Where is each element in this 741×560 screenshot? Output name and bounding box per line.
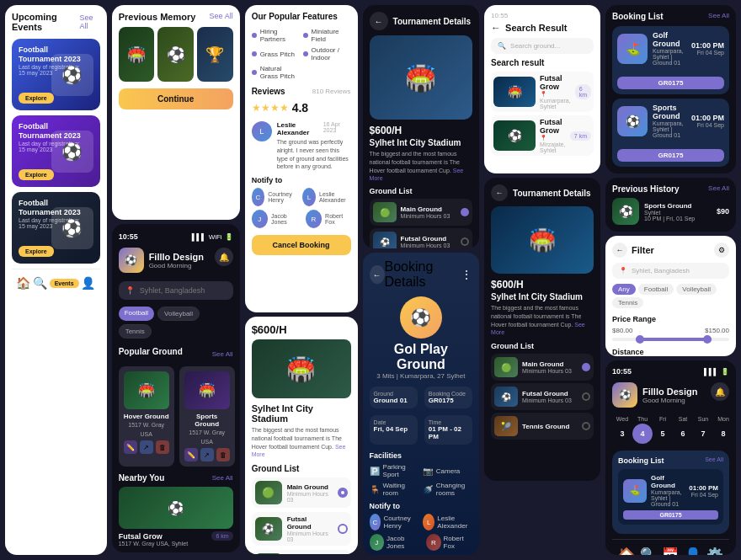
tennis-radio-3[interactable]: [582, 422, 590, 430]
fac-camera: 📷Camera: [423, 463, 472, 478]
tourn-see-more-2[interactable]: See More: [491, 322, 585, 336]
tag-football[interactable]: Football: [119, 307, 154, 321]
search-status: 10:55: [491, 12, 594, 19]
filllo-phone-card: 10:55 ▌▌▌ WiFi 🔋 ⚽ Filllo Design Good Mo…: [112, 224, 240, 552]
main-radio-3[interactable]: [582, 363, 590, 371]
booking-item-golf[interactable]: ⛳ Golf Ground Kumarpara, Syhlet | Ground…: [612, 26, 729, 94]
upcoming-see-all[interactable]: See All: [79, 13, 99, 30]
range-bar[interactable]: [612, 338, 729, 341]
ground-list-title-2: Ground List: [370, 187, 473, 195]
notification-icon-1[interactable]: 🔔: [215, 248, 233, 266]
edit-icon[interactable]: ✏️: [124, 440, 137, 454]
ground-card-hover[interactable]: 🏟️ Hover Ground 1517 W. Gray USA ✏️ ↗ 🗑: [119, 366, 174, 467]
popular-see-all[interactable]: See All: [212, 350, 233, 358]
memory-see-all[interactable]: See All: [210, 12, 233, 22]
ground-main-3[interactable]: 🟢 Main Ground Minimum Hours 03: [491, 354, 594, 381]
filllo-header-2: ⚽ Filllo Design Good Morning 🔔: [612, 382, 729, 408]
cal-day-name-wed: Wed: [612, 416, 632, 422]
home-icon: 🏠: [16, 276, 30, 290]
booking-item-sports[interactable]: ⚽ Sports Ground Kumarpara, Syhlet | Grou…: [612, 99, 729, 167]
delete-icon[interactable]: 🗑: [156, 440, 169, 454]
cancel-booking-btn[interactable]: Cancel Booking: [252, 235, 351, 255]
ground-list-main[interactable]: 🟢 Main Ground Minimum Hours 03: [252, 477, 351, 508]
futsal-ground-radio[interactable]: [338, 524, 347, 534]
changing-icon: 🚿: [423, 485, 433, 494]
share-icon[interactable]: ↗: [140, 440, 153, 454]
result-item-2[interactable]: ⚽ Futsal Grow 📍 Mirzajate, Syhlet 7 km: [491, 115, 594, 156]
nav-events[interactable]: Events: [50, 279, 79, 288]
nearby-see-all-small[interactable]: See All: [212, 474, 233, 482]
see-more-link[interactable]: See More: [252, 444, 346, 458]
nav2-home[interactable]: 🏠: [618, 547, 635, 555]
filter-tag-any[interactable]: Any: [612, 284, 636, 295]
search-icon: 🔍: [33, 276, 47, 290]
feature-label-1: Hiring Partners: [260, 28, 300, 43]
nav2-settings[interactable]: ⚙️: [706, 547, 723, 555]
cal-day-fri[interactable]: Fri 5: [653, 416, 673, 444]
result-item-1[interactable]: 🏟️ Futsal Grow 📍 Kumarpara, Syhlet 6 km: [491, 72, 594, 112]
futsal-radio-3[interactable]: [582, 392, 590, 401]
delete-icon-2[interactable]: 🗑: [216, 448, 230, 461]
ground-list-tennis[interactable]: 🎾 Tennis Ground: [252, 550, 351, 554]
ground-list-futsal[interactable]: ⚽ Futsal Ground Minimum Hours 03: [252, 512, 351, 546]
ground-main-row[interactable]: 🟢 Main Ground Minimum Hours 03: [370, 199, 473, 226]
nav2-search[interactable]: 🔍: [640, 547, 657, 555]
nav2-calendar[interactable]: 📅: [662, 547, 679, 555]
booking2-item-golf[interactable]: ⛳ Golf Ground Kumarpara, Syhlet | Ground…: [618, 469, 723, 525]
prev-history-see-all[interactable]: See All: [708, 184, 729, 194]
cal-day-sun[interactable]: Sun 7: [693, 416, 713, 444]
search-back-icon[interactable]: ←: [491, 22, 501, 34]
nav-profile[interactable]: 👤: [81, 276, 95, 290]
ground-futsal-3[interactable]: ⚽ Futsal Ground Minimum Hours 03: [491, 383, 594, 410]
cal-day-thu[interactable]: Thu 4: [632, 416, 653, 444]
tourn-back-btn[interactable]: ←: [370, 12, 388, 30]
nav2-profile[interactable]: 👤: [685, 547, 701, 555]
feature-miniature: Miniature Field: [303, 28, 351, 43]
ground-tennis-3[interactable]: 🎾 Tennis Ground: [491, 413, 594, 440]
continue-btn[interactable]: Continue: [119, 88, 233, 109]
tourn-back-icon-2[interactable]: ←: [491, 184, 508, 201]
futsal-radio-dark[interactable]: [461, 237, 469, 246]
booking-list-see-all[interactable]: See All: [708, 12, 729, 21]
gol-more-btn[interactable]: ⋮: [461, 268, 472, 281]
search-box-2[interactable]: 🔍 Search ground...: [491, 38, 594, 54]
tourn-see-more[interactable]: See More: [370, 168, 464, 182]
range-dot-right[interactable]: [703, 335, 712, 344]
cal-day-sat[interactable]: Sat 6: [673, 416, 693, 444]
filter-tag-football[interactable]: Football: [638, 284, 674, 295]
ground-card-sports[interactable]: 🏟️ Sports Ground 1517 W. Gray USA ✏️ ↗ 🗑: [179, 366, 235, 467]
history-addr-1: Syhlet: [644, 210, 712, 216]
cal-day-wed[interactable]: Wed 3: [612, 416, 632, 444]
main-ground-radio[interactable]: [338, 488, 347, 498]
share-icon-2[interactable]: ↗: [200, 448, 214, 461]
filter-settings-btn[interactable]: ⚙: [714, 243, 729, 258]
cal-day-num-wed: 3: [612, 424, 632, 444]
filter-back-btn[interactable]: ←: [612, 243, 627, 258]
nav-search[interactable]: 🔍: [33, 276, 47, 290]
history-item-1[interactable]: ⚽ Sports Ground Syhlet 10 PM | Fri, 01 S…: [612, 198, 729, 225]
futsal-sub-dark: Minimum Hours 03: [401, 243, 450, 248]
filter-tag-volleyball[interactable]: Volleyball: [676, 284, 717, 295]
explore-btn-1[interactable]: Explore: [19, 93, 54, 104]
tourn-title-2: Tournament Details: [513, 189, 591, 198]
ground-futsal-row[interactable]: ⚽ Futsal Ground Minimum Hours 03: [370, 228, 473, 248]
event-item-3: Football Tournament 2023 Last day of reg…: [12, 192, 100, 264]
search-box-1[interactable]: 📍 Syhlet, Bangladesh: [119, 281, 233, 300]
nav-home[interactable]: 🏠: [16, 276, 30, 290]
filter-search-box[interactable]: 📍 Syhlet, Bangladesh: [612, 263, 729, 279]
range-dot-left[interactable]: [636, 335, 644, 344]
main-radio[interactable]: [461, 208, 469, 216]
tag-volleyball[interactable]: Volleyball: [157, 307, 200, 321]
booking2-see-all[interactable]: See All: [705, 456, 723, 465]
filter-tag-tennis[interactable]: Tennis: [612, 297, 643, 308]
cal-day-mon[interactable]: Mon 8: [713, 416, 733, 444]
explore-btn-3[interactable]: Explore: [19, 246, 54, 257]
booking2-code-golf: GR0175: [623, 510, 718, 520]
explore-btn-2[interactable]: Explore: [19, 169, 54, 180]
gol-back-btn[interactable]: ←: [370, 265, 385, 284]
tag-tennis[interactable]: Tennis: [119, 324, 152, 339]
nearby-item-small: ⚽: [119, 487, 233, 529]
notification-icon-2[interactable]: 🔔: [711, 382, 729, 401]
edit-icon-2[interactable]: ✏️: [184, 448, 198, 461]
book-section: $600/H 🏟️ Sylhet Int City Stadium The bi…: [245, 317, 358, 554]
